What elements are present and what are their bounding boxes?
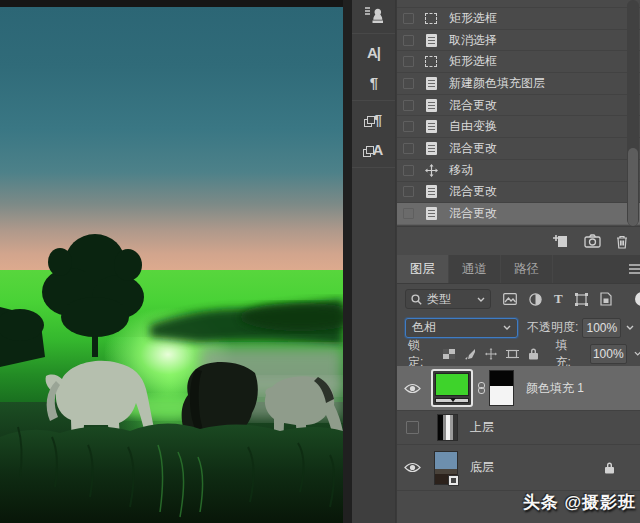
canvas-image[interactable] xyxy=(0,0,343,523)
gradient-layer-thumbnail[interactable] xyxy=(437,414,458,441)
image-layer-thumbnail[interactable] xyxy=(434,451,458,485)
layer-filter-label: 类型 xyxy=(427,291,472,308)
filter-shape-layers-icon[interactable] xyxy=(575,293,588,306)
new-snapshot-camera-button[interactable] xyxy=(584,234,601,248)
layer-name[interactable]: 颜色填充 1 xyxy=(526,380,584,397)
layer-row-background[interactable]: 底层 xyxy=(397,445,640,491)
tab-paths[interactable]: 路径 xyxy=(501,255,553,283)
history-source-checkbox[interactable] xyxy=(403,208,414,219)
new-document-from-state-button[interactable] xyxy=(552,233,570,249)
layer-name[interactable]: 底层 xyxy=(470,459,494,476)
clone-source-panel-icon[interactable] xyxy=(352,0,395,30)
fill-mini-slider xyxy=(435,398,469,403)
history-item-label: 自由变换 xyxy=(449,118,497,135)
hidden-visibility-box xyxy=(406,421,419,434)
history-list: 新建图层 矩形选框 取消选择 xyxy=(397,0,640,226)
visibility-toggle[interactable] xyxy=(397,421,427,434)
layer-filter-row: 类型 T xyxy=(397,284,640,314)
history-item-label: 矩形选框 xyxy=(449,53,497,70)
lock-row: 锁定: xyxy=(397,341,640,366)
tab-layers[interactable]: 图层 xyxy=(397,255,449,283)
history-item[interactable]: 混合更改 xyxy=(397,182,640,204)
history-scrollbar[interactable] xyxy=(627,0,639,226)
layer-list: 颜色填充 1 上层 xyxy=(397,366,640,491)
history-item[interactable]: 取消选择 xyxy=(397,30,640,52)
filter-type-layers-icon[interactable]: T xyxy=(554,291,563,307)
filter-adjustment-layers-icon[interactable] xyxy=(529,293,542,306)
layer-mask-link-icon[interactable] xyxy=(475,382,487,394)
eye-icon xyxy=(404,462,421,473)
visibility-toggle[interactable] xyxy=(397,383,427,394)
dock-divider xyxy=(352,167,395,168)
opacity-label: 不透明度: xyxy=(527,319,578,336)
lock-pixels-brush-icon[interactable] xyxy=(464,348,476,360)
chevron-down-icon xyxy=(477,297,485,302)
lock-transparency-icon[interactable] xyxy=(443,349,455,359)
dock-divider xyxy=(352,33,395,34)
history-item-selected[interactable]: 混合更改 xyxy=(397,203,640,225)
history-item[interactable]: 混合更改 xyxy=(397,138,640,160)
history-source-checkbox[interactable] xyxy=(403,186,414,197)
layers-panel: 图层 通道 路径 类型 xyxy=(397,255,640,523)
history-source-checkbox[interactable] xyxy=(403,56,414,67)
opacity-value[interactable]: 100% xyxy=(582,318,621,338)
search-icon xyxy=(411,294,422,305)
character-styles-panel-icon[interactable]: A xyxy=(352,134,395,164)
tab-channels[interactable]: 通道 xyxy=(449,255,501,283)
color-fill-thumbnail[interactable] xyxy=(431,369,473,407)
history-item-label: 混合更改 xyxy=(449,97,497,114)
layer-row-upper[interactable]: 上层 xyxy=(397,411,640,445)
photo-silhouettes xyxy=(0,7,343,523)
panel-menu-icon[interactable] xyxy=(629,263,640,275)
filter-smart-objects-icon[interactable] xyxy=(600,292,612,306)
layer-row-color-fill[interactable]: 颜色填充 1 xyxy=(397,366,640,411)
layer-filter-dropdown[interactable]: 类型 xyxy=(405,289,491,309)
dock-divider xyxy=(352,100,395,101)
paragraph-styles-panel-icon[interactable]: ¶ xyxy=(352,104,395,134)
history-item[interactable]: 矩形选框 xyxy=(397,51,640,73)
lock-position-icon[interactable] xyxy=(485,348,497,360)
toutiao-watermark: 头条 @摄影班 xyxy=(523,491,636,514)
history-item[interactable]: 矩形选框 xyxy=(397,8,640,30)
history-source-checkbox[interactable] xyxy=(403,100,414,111)
history-source-checkbox[interactable] xyxy=(403,13,414,24)
history-source-checkbox[interactable] xyxy=(403,165,414,176)
document-icon xyxy=(423,185,439,198)
history-source-checkbox[interactable] xyxy=(403,78,414,89)
history-scrollbar-thumb[interactable] xyxy=(628,148,638,226)
history-source-checkbox[interactable] xyxy=(403,143,414,154)
history-item-label: 新建颜色填充图层 xyxy=(449,75,545,92)
blend-mode-dropdown[interactable]: 色相 xyxy=(405,318,518,338)
lock-artboard-icon[interactable] xyxy=(506,348,519,360)
history-item[interactable]: 自由变换 xyxy=(397,116,640,138)
history-item[interactable]: 混合更改 xyxy=(397,95,640,117)
history-item[interactable]: 新建图层 xyxy=(397,0,640,8)
lock-all-icon[interactable] xyxy=(528,347,539,360)
window-edge xyxy=(343,0,352,523)
history-source-checkbox[interactable] xyxy=(403,121,414,132)
history-item[interactable]: 新建颜色填充图层 xyxy=(397,73,640,95)
visibility-toggle[interactable] xyxy=(397,462,427,473)
delete-trash-button[interactable] xyxy=(615,234,629,249)
history-item-label: 移动 xyxy=(449,162,473,179)
layer-mask-thumbnail[interactable] xyxy=(489,370,514,406)
history-source-checkbox[interactable] xyxy=(403,35,414,46)
document-icon xyxy=(423,77,439,90)
character-panel-icon[interactable]: A| xyxy=(352,37,395,67)
filter-toggle-icon[interactable] xyxy=(635,292,640,306)
history-item[interactable]: 移动 xyxy=(397,160,640,182)
filter-pixel-layers-icon[interactable] xyxy=(503,293,517,305)
collapsed-panel-dock: A| ¶ ¶ A xyxy=(352,0,396,523)
marquee-icon xyxy=(423,13,439,24)
chevron-down-icon[interactable] xyxy=(634,351,640,356)
paragraph-panel-icon[interactable]: ¶ xyxy=(352,67,395,97)
blend-mode-value: 色相 xyxy=(412,319,436,336)
document-icon xyxy=(423,207,439,220)
history-item-label: 混合更改 xyxy=(449,205,497,222)
document-icon xyxy=(423,99,439,112)
layer-name[interactable]: 上层 xyxy=(470,419,494,436)
fill-value[interactable]: 100% xyxy=(590,344,627,364)
chevron-down-icon[interactable] xyxy=(626,325,634,330)
layer-filter-buttons: T xyxy=(503,291,612,307)
panel-tabs: 图层 通道 路径 xyxy=(397,255,640,284)
